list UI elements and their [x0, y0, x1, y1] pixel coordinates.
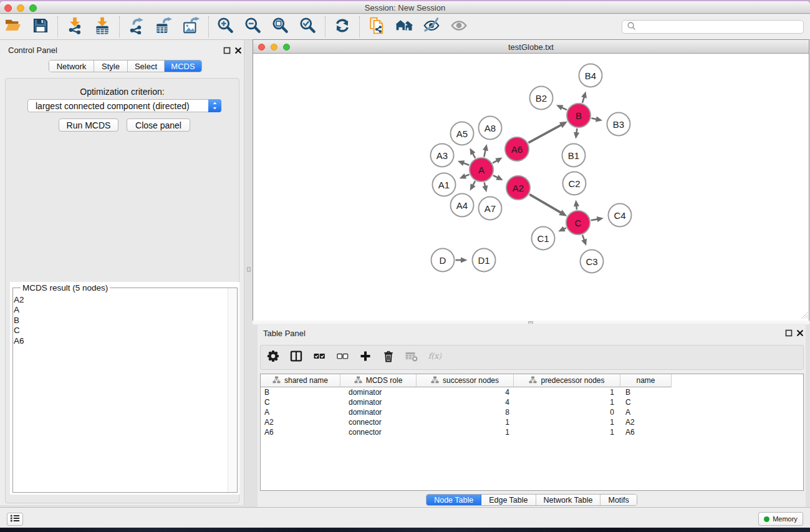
mcds-result-scrollbar[interactable] [228, 288, 237, 492]
table-settings-button[interactable] [264, 347, 282, 367]
cell-shared-name[interactable]: A [261, 407, 340, 417]
close-panel-button[interactable]: Close panel [127, 118, 190, 132]
zoom-out-button[interactable] [242, 16, 264, 37]
memory-button[interactable]: Memory [758, 512, 803, 526]
column-header-MCDS-role[interactable]: MCDS role [340, 374, 417, 387]
float-table-panel-icon[interactable] [785, 329, 793, 337]
zoom-in-button[interactable] [215, 16, 237, 37]
cell-predecessor-nodes[interactable]: 1 [514, 387, 620, 397]
first-neighbors-button[interactable] [393, 16, 415, 37]
unselect-all-button[interactable] [333, 347, 352, 367]
import-network-button[interactable] [64, 16, 86, 37]
table-row[interactable]: Bdominator41B [261, 387, 803, 397]
mcds-result-item[interactable]: A [14, 305, 227, 315]
cell-predecessor-nodes[interactable]: 0 [514, 407, 620, 417]
cell-name[interactable]: A6 [620, 427, 672, 437]
tab-network-table[interactable]: Network Table [536, 495, 601, 505]
column-header-name[interactable]: name [620, 374, 672, 387]
table-row[interactable]: A2connector11A2 [261, 417, 803, 427]
run-mcds-button[interactable]: Run MCDS [59, 118, 118, 132]
cell-MCDS-role[interactable]: dominator [340, 397, 417, 407]
cell-MCDS-role[interactable]: connector [340, 427, 417, 437]
edge-A-A8[interactable] [484, 150, 485, 157]
network-canvas[interactable]: B4B2BB3A8A5A6A3B1AA1C2A2A4A7C4CC1C3DD1 [253, 54, 809, 321]
edge-A6-B[interactable] [528, 125, 561, 143]
mcds-result-item[interactable]: B [14, 316, 227, 326]
window-resize-grip[interactable] [800, 311, 808, 319]
cell-successor-nodes[interactable]: 8 [417, 407, 514, 417]
tab-motifs[interactable]: Motifs [600, 495, 636, 505]
cell-successor-nodes[interactable]: 1 [417, 427, 514, 437]
cell-MCDS-role[interactable]: dominator [340, 387, 417, 397]
mcds-result-item[interactable]: A6 [14, 336, 227, 346]
search-input[interactable] [636, 22, 803, 31]
cell-successor-nodes[interactable]: 1 [417, 417, 514, 427]
cell-name[interactable]: B [620, 387, 672, 397]
new-network-from-selection-button[interactable] [365, 16, 388, 37]
edge-A-A1[interactable] [465, 175, 469, 177]
edge-C-C3[interactable] [582, 235, 584, 240]
edge-B-B4[interactable] [582, 97, 584, 103]
cell-name[interactable]: A2 [620, 417, 672, 427]
show-panels-button[interactable] [7, 513, 23, 526]
tab-edge-table[interactable]: Edge Table [481, 495, 536, 505]
edge-A-A4[interactable] [473, 181, 475, 185]
close-panel-icon[interactable] [234, 47, 242, 54]
edge-B-B1[interactable] [576, 128, 577, 133]
add-row-button[interactable] [356, 347, 375, 367]
tab-node-table[interactable]: Node Table [427, 495, 481, 505]
export-table-button[interactable] [153, 16, 175, 37]
apply-layout-button[interactable] [331, 16, 354, 37]
select-all-button[interactable] [310, 347, 329, 367]
edge-B-B2[interactable] [562, 107, 567, 110]
column-header-predecessor-nodes[interactable]: predecessor nodes [514, 374, 620, 387]
edge-A2-C[interactable] [529, 195, 561, 213]
column-header-shared-name[interactable]: shared name [261, 374, 340, 387]
edge-A-A6[interactable] [493, 160, 497, 163]
cell-MCDS-role[interactable]: connector [340, 417, 417, 427]
cell-shared-name[interactable]: C [261, 397, 340, 407]
criterion-select[interactable]: largest connected component (directed) [27, 99, 221, 112]
cell-name[interactable]: C [620, 397, 672, 407]
save-session-button[interactable] [29, 16, 52, 37]
cell-predecessor-nodes[interactable]: 1 [514, 427, 620, 437]
cell-successor-nodes[interactable]: 4 [417, 397, 514, 407]
float-panel-icon[interactable] [223, 47, 231, 54]
toggle-columns-button[interactable] [287, 347, 306, 367]
zoom-fit-button[interactable] [269, 16, 292, 37]
show-all-button[interactable] [448, 16, 470, 37]
column-header-successor-nodes[interactable]: successor nodes [417, 374, 514, 387]
edge-C-C4[interactable] [591, 219, 598, 220]
export-network-button[interactable] [125, 16, 148, 37]
zoom-selected-button[interactable] [297, 16, 319, 37]
edge-A-A2[interactable] [493, 175, 498, 178]
cell-shared-name[interactable]: B [261, 387, 340, 397]
tab-mcds[interactable]: MCDS [165, 60, 201, 72]
import-table-button[interactable] [91, 16, 113, 37]
cell-name[interactable]: A [620, 407, 672, 417]
cell-shared-name[interactable]: A2 [261, 417, 340, 427]
table-row[interactable]: Adominator80A [261, 407, 803, 417]
tab-style[interactable]: Style [94, 60, 128, 72]
close-table-panel-icon[interactable] [796, 329, 804, 337]
table-row[interactable]: A6connector11A6 [261, 427, 803, 437]
export-image-button[interactable] [180, 16, 203, 37]
edge-B-B3[interactable] [592, 118, 597, 119]
edge-A-A5[interactable] [473, 153, 475, 158]
edge-A-A3[interactable] [463, 163, 469, 165]
cell-MCDS-role[interactable]: dominator [340, 407, 417, 417]
cell-successor-nodes[interactable]: 4 [417, 387, 514, 397]
split-divider-handle-vertical[interactable] [247, 267, 251, 272]
tab-network[interactable]: Network [49, 60, 94, 72]
tab-select[interactable]: Select [128, 60, 165, 72]
mcds-result-item[interactable]: C [14, 326, 227, 336]
hide-selected-button[interactable] [420, 16, 443, 37]
cell-shared-name[interactable]: A6 [261, 427, 340, 437]
delete-row-button[interactable] [379, 347, 398, 367]
search-field[interactable] [622, 20, 804, 34]
cell-predecessor-nodes[interactable]: 1 [514, 397, 620, 407]
cell-predecessor-nodes[interactable]: 1 [514, 417, 620, 427]
mcds-result-item[interactable]: A2 [14, 295, 227, 305]
table-row[interactable]: Cdominator41C [261, 397, 803, 407]
open-file-button[interactable] [2, 16, 24, 37]
